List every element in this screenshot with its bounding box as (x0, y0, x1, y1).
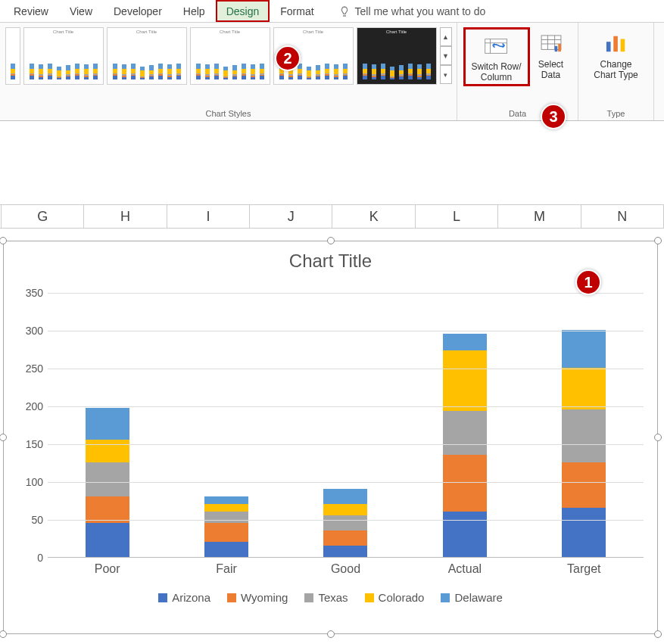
bar-segment[interactable] (86, 408, 129, 440)
tab-help[interactable]: Help (173, 0, 216, 22)
bar-segment[interactable] (86, 462, 129, 496)
svg-rect-11 (613, 36, 618, 52)
tab-developer[interactable]: Developer (103, 0, 173, 22)
resize-handle[interactable] (327, 237, 335, 244)
switch-label-line2: Column (481, 72, 512, 82)
stacked-bar[interactable] (204, 496, 248, 557)
select-data-button[interactable]: Select Data (530, 27, 572, 82)
column-header[interactable]: J (250, 205, 332, 228)
bar-segment[interactable] (323, 530, 367, 546)
type-group-label: Type (607, 106, 625, 118)
resize-handle[interactable] (654, 237, 662, 244)
bar-segment[interactable] (323, 489, 367, 504)
bar-segment[interactable] (562, 462, 606, 508)
chart-styles-gallery[interactable]: Chart TitleChart TitleChart TitleChart T… (2, 23, 455, 106)
tell-me-text: Tell me what you want to do (355, 5, 486, 17)
x-tick-label: Good (307, 562, 383, 576)
chart-style-thumb[interactable]: Chart Title (190, 27, 270, 85)
plot-area[interactable]: 050100150200250300350 (17, 293, 644, 558)
grid-line (48, 520, 644, 521)
legend-item[interactable]: Texas (304, 591, 348, 604)
y-tick: 50 (31, 514, 43, 526)
svg-rect-12 (620, 39, 625, 51)
column-header[interactable]: G (2, 205, 84, 228)
bar-segment[interactable] (443, 334, 487, 350)
chart-style-thumb[interactable]: Chart Title (107, 27, 187, 85)
chart-object[interactable]: Chart Title 050100150200250300350 PoorFa… (3, 241, 658, 634)
chart-selection[interactable]: Chart Title 050100150200250300350 PoorFa… (3, 241, 658, 634)
gallery-scroll-button[interactable]: ▲ (440, 27, 452, 46)
bar-segment[interactable] (323, 515, 367, 530)
tab-design[interactable]: Design (216, 0, 270, 22)
ribbon: Chart TitleChart TitleChart TitleChart T… (0, 23, 664, 121)
chart-title[interactable]: Chart Title (4, 250, 657, 272)
bar-segment[interactable] (562, 368, 606, 409)
bar-segment[interactable] (204, 504, 248, 512)
bar-segment[interactable] (562, 409, 606, 462)
bar-segment[interactable] (323, 504, 367, 515)
callout-badge-2: 2 (275, 45, 301, 71)
data-group-label: Data (509, 106, 526, 118)
change-chart-type-button[interactable]: Change Chart Type (582, 27, 650, 82)
resize-handle[interactable] (654, 434, 662, 441)
bar-segment[interactable] (86, 440, 129, 462)
change-label-line2: Chart Type (594, 70, 638, 80)
gallery-scroll-button[interactable]: ▾ (440, 65, 452, 84)
bar-segment[interactable] (204, 542, 248, 557)
legend-swatch (441, 593, 450, 602)
select-label-line1: Select (538, 59, 563, 70)
bar-segment[interactable] (204, 523, 248, 542)
column-header[interactable]: L (416, 205, 498, 228)
bar-segment[interactable] (204, 496, 248, 504)
legend[interactable]: ArizonaWyomingTexasColoradoDelaware (4, 591, 657, 604)
chart-style-thumb[interactable]: Chart Title (23, 27, 104, 85)
stacked-bar[interactable] (443, 334, 487, 557)
callout-badge-1: 1 (575, 269, 601, 295)
bar-segment[interactable] (562, 330, 606, 368)
legend-label: Delaware (454, 591, 502, 604)
column-header[interactable]: N (581, 205, 664, 228)
y-tick: 250 (26, 362, 43, 375)
chart-style-thumb[interactable]: Chart Title (357, 27, 437, 85)
legend-item[interactable]: Colorado (365, 591, 425, 604)
x-tick-label: Actual (427, 562, 503, 576)
tell-me[interactable]: Tell me what you want to do (338, 5, 486, 17)
column-header[interactable]: I (167, 205, 250, 228)
column-header[interactable]: K (332, 205, 415, 228)
resize-handle[interactable] (0, 630, 7, 638)
column-header[interactable]: M (498, 205, 581, 228)
ribbon-tabs: Review View Developer Help Design Format… (0, 0, 664, 23)
legend-swatch (227, 593, 236, 602)
legend-swatch (304, 593, 313, 602)
bar-slot (307, 293, 383, 557)
y-tick: 150 (26, 438, 43, 450)
bar-segment[interactable] (562, 508, 606, 557)
column-header[interactable]: H (84, 205, 167, 228)
resize-handle[interactable] (654, 630, 662, 638)
bar-segment[interactable] (86, 496, 129, 523)
tab-review[interactable]: Review (3, 0, 59, 22)
stacked-bar[interactable] (562, 330, 606, 557)
legend-item[interactable]: Arizona (158, 591, 210, 604)
resize-handle[interactable] (327, 630, 335, 638)
bar-segment[interactable] (86, 523, 129, 557)
y-axis: 050100150200250300350 (17, 293, 48, 558)
bar-segment[interactable] (443, 411, 487, 455)
switch-row-column-button[interactable]: Switch Row/ Column (463, 27, 530, 86)
chart-style-thumb[interactable] (5, 27, 20, 85)
legend-label: Colorado (379, 591, 425, 604)
legend-item[interactable]: Delaware (441, 591, 502, 604)
select-label-line2: Data (541, 70, 560, 80)
bar-segment[interactable] (443, 512, 487, 557)
legend-swatch (158, 593, 167, 602)
tab-view[interactable]: View (59, 0, 103, 22)
stacked-bar[interactable] (323, 489, 367, 557)
legend-item[interactable]: Wyoming (227, 591, 288, 604)
bar-segment[interactable] (443, 455, 487, 512)
bar-segment[interactable] (323, 546, 367, 557)
tab-format[interactable]: Format (270, 0, 324, 22)
gallery-scroll-button[interactable]: ▼ (440, 46, 452, 65)
bar-segment[interactable] (204, 512, 248, 523)
bar-segment[interactable] (443, 350, 487, 411)
column-header-row: GHIJKLMN (0, 204, 664, 229)
